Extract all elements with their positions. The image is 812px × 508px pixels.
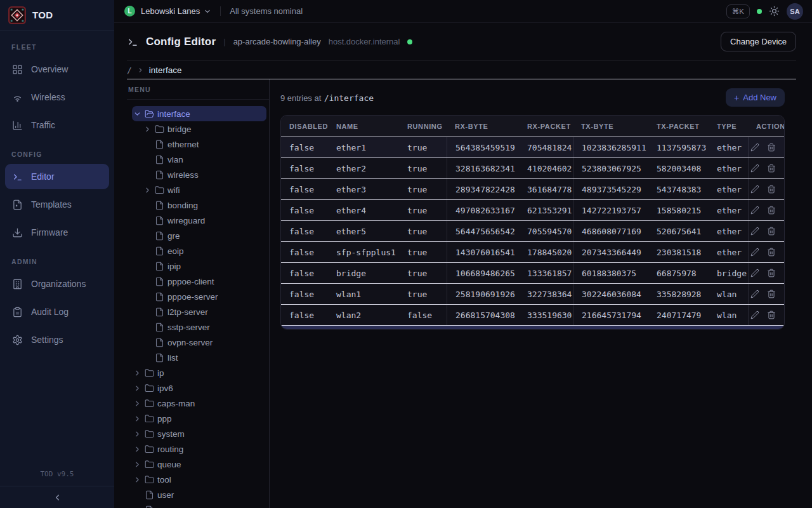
edit-row-button[interactable] bbox=[750, 269, 759, 277]
chevron-right-icon[interactable] bbox=[133, 476, 141, 484]
sidebar-collapse-button[interactable] bbox=[0, 486, 114, 508]
sidebar-item-organizations[interactable]: Organizations bbox=[5, 271, 109, 297]
table-row-wlan1[interactable]: falsewlan1true25819069192632273836430224… bbox=[281, 283, 784, 304]
tree-item-wireguard[interactable]: wireguard bbox=[132, 213, 266, 228]
cell-name: sfp-sfpplus1 bbox=[328, 242, 399, 262]
edit-row-button[interactable] bbox=[750, 206, 759, 215]
edit-row-button[interactable] bbox=[750, 185, 759, 194]
tree-item-label: ipv6 bbox=[157, 384, 173, 393]
tree-item-routing[interactable]: routing bbox=[132, 441, 266, 457]
tree-item-wireless[interactable]: wireless bbox=[132, 167, 266, 182]
tree-item-queue[interactable]: queue bbox=[132, 457, 266, 472]
tree-item-wifi[interactable]: wifi bbox=[132, 182, 266, 197]
tree-item-eoip[interactable]: eoip bbox=[132, 243, 266, 258]
chevron-right-icon[interactable] bbox=[133, 445, 141, 453]
tree-item-sstp-server[interactable]: sstp-server bbox=[132, 319, 266, 335]
edit-row-button[interactable] bbox=[750, 143, 759, 152]
sidebar-item-firmware[interactable]: Firmware bbox=[5, 220, 109, 245]
user-avatar[interactable]: SA bbox=[787, 3, 803, 20]
cell-actions bbox=[748, 158, 784, 178]
table-row-wlan2[interactable]: falsewlan2false2668157043083335196302166… bbox=[281, 304, 784, 325]
chevron-right-icon[interactable] bbox=[133, 399, 141, 408]
entries-summary: 9 entries at /interface bbox=[280, 92, 374, 104]
tree-item-ip[interactable]: ip bbox=[132, 365, 266, 380]
sidebar-item-editor[interactable]: Editor bbox=[5, 164, 109, 189]
tree-item-cutoff[interactable] bbox=[132, 502, 266, 508]
delete-row-button[interactable] bbox=[767, 227, 776, 236]
tree-item-vlan[interactable]: vlan bbox=[132, 152, 266, 167]
tree-item-interface[interactable]: interface bbox=[132, 106, 266, 121]
cell-rx-byte: 258190691926 bbox=[447, 284, 519, 304]
table-horizontal-scrollbar[interactable] bbox=[281, 325, 784, 329]
add-new-button[interactable]: + Add New bbox=[726, 88, 785, 107]
chevron-right-icon[interactable] bbox=[133, 369, 141, 377]
sidebar-item-wireless[interactable]: Wireless bbox=[5, 84, 109, 110]
tree-item-bonding[interactable]: bonding bbox=[132, 197, 266, 213]
edit-row-button[interactable] bbox=[750, 164, 759, 173]
chevron-right-icon[interactable] bbox=[133, 430, 141, 438]
tree-item-label: routing bbox=[157, 444, 183, 454]
sidebar-item-settings[interactable]: Settings bbox=[5, 327, 109, 352]
command-palette-shortcut[interactable]: ⌘K bbox=[726, 4, 750, 18]
delete-row-button[interactable] bbox=[767, 143, 776, 152]
tree-item-gre[interactable]: gre bbox=[132, 228, 266, 243]
chevron-right-icon[interactable] bbox=[133, 415, 141, 423]
delete-row-button[interactable] bbox=[767, 290, 776, 298]
delete-row-button[interactable] bbox=[767, 311, 776, 319]
tree-item-ipip[interactable]: ipip bbox=[132, 258, 266, 274]
tree-item-ovpn-server[interactable]: ovpn-server bbox=[132, 335, 266, 350]
delete-row-button[interactable] bbox=[767, 269, 776, 277]
tree-item-ethernet[interactable]: ethernet bbox=[132, 137, 266, 152]
theme-toggle-sun-icon[interactable] bbox=[769, 6, 780, 17]
chevron-right-icon[interactable] bbox=[133, 384, 141, 392]
edit-row-button[interactable] bbox=[750, 248, 759, 257]
table-row-ether2[interactable]: falseether2true3281636823414102046025238… bbox=[281, 157, 784, 178]
breadcrumb-current: interface bbox=[149, 65, 182, 75]
table-row-ether4[interactable]: falseether4true4970826331676213532911427… bbox=[281, 199, 784, 220]
tree-item-tool[interactable]: tool bbox=[132, 472, 266, 487]
table-row-ether5[interactable]: falseether5true5644756565427055945704686… bbox=[281, 220, 784, 241]
delete-row-button[interactable] bbox=[767, 206, 776, 215]
edit-row-button[interactable] bbox=[750, 227, 759, 236]
tree-item-user[interactable]: user bbox=[132, 487, 266, 502]
chevron-right-icon[interactable] bbox=[143, 125, 152, 133]
tree-item-pppoe-server[interactable]: pppoe-server bbox=[132, 289, 266, 304]
sidebar-item-overview[interactable]: Overview bbox=[5, 57, 109, 82]
edit-row-button[interactable] bbox=[750, 290, 759, 298]
breadcrumb-root[interactable]: / bbox=[127, 65, 132, 75]
delete-row-button[interactable] bbox=[767, 185, 776, 194]
change-device-button[interactable]: Change Device bbox=[721, 32, 796, 51]
trash-icon bbox=[767, 164, 776, 173]
chevron-down-icon[interactable] bbox=[133, 110, 141, 118]
tree-item-list[interactable]: list bbox=[132, 350, 266, 365]
chevron-right-icon[interactable] bbox=[133, 460, 141, 469]
tree-item-bridge[interactable]: bridge bbox=[132, 121, 266, 137]
delete-row-button[interactable] bbox=[767, 164, 776, 173]
cell-disabled: false bbox=[281, 179, 328, 199]
sidebar-item-traffic[interactable]: Traffic bbox=[5, 112, 109, 138]
chevron-slot bbox=[143, 140, 152, 149]
sidebar-item-audit-log[interactable]: Audit Log bbox=[5, 299, 109, 324]
cell-tx-packet: 230381518 bbox=[648, 242, 709, 262]
cell-running: true bbox=[399, 263, 447, 283]
edit-row-button[interactable] bbox=[750, 311, 759, 319]
tree-item-l2tp-server[interactable]: l2tp-server bbox=[132, 304, 266, 319]
table-body: falseether1true5643854595197054818241023… bbox=[281, 137, 784, 325]
cell-actions bbox=[748, 200, 784, 220]
tree-item-ppp[interactable]: ppp bbox=[132, 411, 266, 426]
folder-icon bbox=[145, 414, 154, 424]
tree-item-system[interactable]: system bbox=[132, 426, 266, 441]
add-new-label: Add New bbox=[743, 93, 776, 102]
org-selector[interactable] bbox=[204, 8, 211, 15]
tree-item-ipv6[interactable]: ipv6 bbox=[132, 380, 266, 396]
tree-item-caps-man[interactable]: caps-man bbox=[132, 396, 266, 411]
chevron-right-icon[interactable] bbox=[143, 186, 152, 194]
delete-row-button[interactable] bbox=[767, 248, 776, 257]
table-row-sfp-sfpplus1[interactable]: falsesfp-sfpplus1true1430760165411788450… bbox=[281, 241, 784, 262]
table-row-ether1[interactable]: falseether1true5643854595197054818241023… bbox=[281, 137, 784, 157]
sidebar-item-templates[interactable]: Templates bbox=[5, 192, 109, 217]
chevron-slot bbox=[133, 491, 141, 499]
table-row-ether3[interactable]: falseether3true2893478224283616847784893… bbox=[281, 178, 784, 199]
tree-item-pppoe-client[interactable]: pppoe-client bbox=[132, 274, 266, 289]
table-row-bridge[interactable]: falsebridgetrue1066894862651333618576018… bbox=[281, 262, 784, 283]
